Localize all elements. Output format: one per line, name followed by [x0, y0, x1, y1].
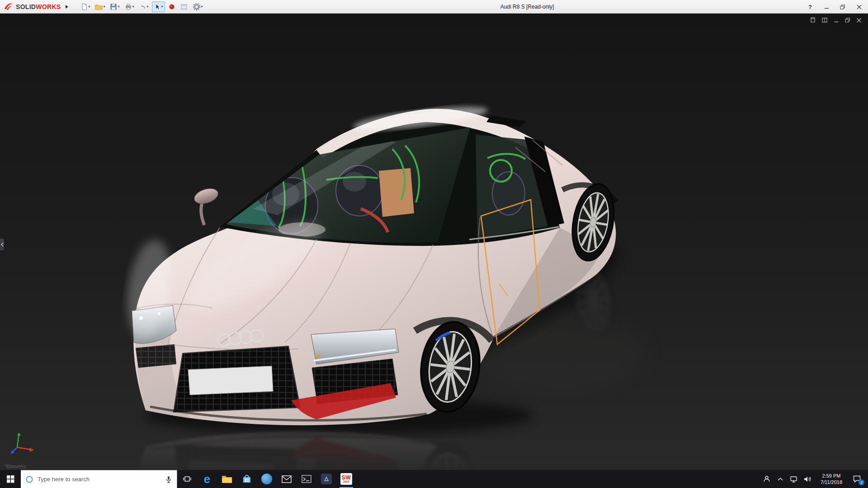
- network-icon: [790, 476, 798, 483]
- file-explorer-icon: [222, 474, 232, 483]
- store-bag-icon: [242, 474, 252, 484]
- print-icon: [125, 3, 132, 10]
- app-icon-photos[interactable]: [257, 470, 277, 488]
- new-document-button[interactable]: ▾: [79, 1, 92, 12]
- triad-y-axis: [17, 433, 21, 447]
- chevron-up-icon: [778, 477, 783, 481]
- view-orientation-label: *Dimetric: [5, 464, 26, 469]
- cortana-icon: [25, 475, 33, 483]
- dropdown-caret-icon[interactable]: ▾: [132, 5, 134, 9]
- dropdown-caret-icon[interactable]: ▾: [103, 5, 105, 9]
- task-view-icon: [183, 475, 191, 483]
- tray-overflow-button[interactable]: [774, 470, 787, 488]
- doc-close-icon[interactable]: [856, 18, 862, 23]
- file-properties-icon: [180, 3, 188, 10]
- close-button[interactable]: [855, 3, 863, 10]
- system-tray: 2:59 PM 7/11/2018 2: [760, 470, 868, 488]
- app-icon-solidworks[interactable]: SW2017: [336, 470, 356, 488]
- save-icon: [110, 3, 117, 10]
- app-icon-terminal[interactable]: [297, 470, 316, 488]
- tile-window-icon[interactable]: [822, 17, 828, 23]
- people-icon: [763, 475, 770, 483]
- quick-access-toolbar: ▾ ▾ ▾ ▾ ▾ ▾: [79, 1, 204, 12]
- solidworks-taskbar-icon: SW2017: [340, 473, 352, 485]
- options-button[interactable]: ▾: [191, 1, 205, 12]
- microphone-icon[interactable]: [165, 476, 172, 483]
- taskbar-clock[interactable]: 2:59 PM 7/11/2018: [814, 473, 849, 486]
- open-folder-icon: [95, 3, 103, 10]
- action-center-button[interactable]: 2: [849, 470, 865, 488]
- file-properties-button[interactable]: [179, 1, 189, 12]
- search-input[interactable]: [38, 476, 146, 483]
- save-button[interactable]: ▾: [108, 1, 121, 12]
- clock-time: 2:59 PM: [814, 473, 849, 479]
- titlebar: SOLIDWORKS ▾ ▾ ▾ ▾ ▾: [0, 0, 868, 14]
- panel-expand-tab[interactable]: [0, 239, 4, 250]
- mail-icon: [282, 475, 292, 483]
- app-icon-edge[interactable]: e: [197, 470, 217, 488]
- rebuild-button[interactable]: [166, 1, 177, 12]
- 3d-scene[interactable]: [0, 14, 868, 470]
- dropdown-caret-icon[interactable]: ▾: [161, 5, 163, 9]
- notification-badge: 2: [859, 479, 864, 485]
- edrawings-icon: [321, 474, 332, 484]
- dropdown-caret-icon[interactable]: ▾: [118, 5, 119, 9]
- screen: SOLIDWORKS ▾ ▾ ▾ ▾ ▾: [0, 0, 868, 488]
- network-button[interactable]: [787, 470, 801, 488]
- app-icon-store[interactable]: [237, 470, 257, 488]
- doc-minimize-icon[interactable]: [834, 18, 839, 23]
- help-button[interactable]: ?: [807, 3, 814, 10]
- triad-z-axis: [11, 447, 17, 454]
- solidworks-logo-icon: [4, 2, 14, 11]
- triad-x-axis: [17, 447, 33, 452]
- menu-flyout-arrow-icon[interactable]: [65, 5, 69, 9]
- new-window-icon[interactable]: [810, 17, 816, 23]
- document-window-controls: [810, 17, 862, 23]
- app-icon-file-explorer[interactable]: [217, 470, 237, 488]
- clock-date: 7/11/2018: [814, 479, 849, 485]
- minimize-button[interactable]: [823, 3, 830, 10]
- start-button[interactable]: [0, 470, 21, 488]
- print-button[interactable]: ▾: [123, 1, 136, 12]
- rebuild-icon: [168, 3, 175, 10]
- orientation-triad[interactable]: [6, 427, 40, 459]
- app-icon-edrawings[interactable]: [316, 470, 336, 488]
- chevron-left-icon: [1, 242, 4, 247]
- solidworks-logo: SOLIDWORKS: [4, 2, 61, 11]
- photos-icon: [261, 474, 272, 484]
- options-gear-icon: [193, 3, 201, 11]
- document-title: Audi R8 S [Read-only]: [500, 4, 554, 10]
- graphics-area[interactable]: *Dimetric: [0, 14, 868, 470]
- select-arrow-icon: [154, 3, 161, 10]
- volume-icon: [804, 476, 811, 483]
- restore-button[interactable]: [839, 3, 846, 10]
- open-button[interactable]: ▾: [93, 1, 107, 12]
- brand-text: SOLIDWORKS: [16, 3, 61, 10]
- select-tool-button[interactable]: ▾: [152, 1, 165, 12]
- new-document-icon: [80, 3, 88, 10]
- undo-button[interactable]: ▾: [137, 1, 151, 12]
- terminal-icon: [302, 475, 311, 483]
- windows-logo-icon: [7, 475, 14, 483]
- taskbar-search[interactable]: [21, 470, 177, 488]
- people-button[interactable]: [760, 470, 774, 488]
- task-view-button[interactable]: [177, 470, 197, 488]
- undo-icon: [139, 3, 146, 10]
- window-controls: ?: [807, 0, 863, 14]
- dropdown-caret-icon[interactable]: ▾: [201, 5, 203, 9]
- taskbar: e SW2017: [0, 470, 868, 488]
- doc-restore-icon[interactable]: [845, 18, 850, 23]
- edge-icon: e: [204, 473, 210, 485]
- app-icon-mail[interactable]: [277, 470, 297, 488]
- dropdown-caret-icon[interactable]: ▾: [147, 5, 149, 9]
- dropdown-caret-icon[interactable]: ▾: [88, 5, 90, 9]
- volume-button[interactable]: [801, 470, 814, 488]
